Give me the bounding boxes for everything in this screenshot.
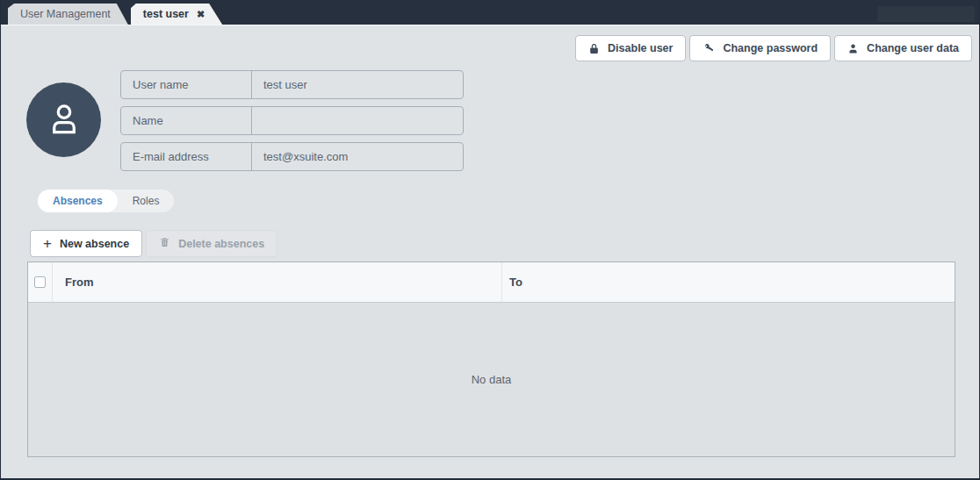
change-password-button[interactable]: Change password (689, 35, 831, 61)
lock-icon (588, 43, 600, 54)
username-value: test user (252, 71, 463, 98)
tab-strip: User Management test user ✖ (1, 0, 979, 25)
field-row-name: Name (120, 106, 464, 135)
person-icon (847, 43, 859, 54)
delete-absences-label: Delete absences (178, 238, 264, 250)
email-value: test@xsuite.com (252, 143, 463, 170)
avatar (26, 82, 101, 157)
tab-roles-label: Roles (133, 195, 160, 207)
plus-icon: + (43, 236, 52, 251)
tab-label: test user (143, 8, 189, 20)
change-password-label: Change password (723, 42, 818, 54)
tab-roles[interactable]: Roles (118, 190, 175, 212)
field-row-email: E-mail address test@xsuite.com (120, 142, 464, 171)
app-window: User Management test user ✖ Disable user… (0, 0, 980, 480)
tab-strip-overflow-area (877, 6, 975, 22)
profile-fields: User name test user Name E-mail address … (120, 70, 464, 178)
change-user-data-button[interactable]: Change user data (834, 35, 972, 61)
new-absence-label: New absence (60, 238, 129, 250)
name-value (252, 107, 463, 134)
delete-absences-button: Delete absences (146, 230, 277, 257)
key-icon (703, 42, 715, 54)
trash-icon (159, 236, 170, 251)
column-header-to[interactable]: To (502, 262, 955, 302)
tab-absences[interactable]: Absences (38, 190, 118, 212)
table-body: No data (28, 303, 955, 456)
new-absence-button[interactable]: + New absence (30, 230, 142, 257)
column-header-from[interactable]: From (53, 262, 502, 302)
field-row-username: User name test user (120, 70, 464, 99)
header-checkbox-cell (28, 262, 53, 302)
tab-label: User Management (20, 8, 111, 20)
tab-absences-label: Absences (53, 195, 103, 207)
no-data-message: No data (472, 373, 512, 386)
table-header-row: From To (28, 262, 955, 303)
section-tabs: Absences Roles (38, 190, 174, 212)
name-label: Name (121, 107, 252, 134)
user-actions-toolbar: Disable user Change password Change user… (575, 35, 972, 61)
email-label: E-mail address (121, 143, 252, 170)
disable-user-button[interactable]: Disable user (575, 35, 686, 61)
absence-toolbar: + New absence Delete absences (30, 230, 277, 257)
select-all-checkbox[interactable] (34, 276, 46, 288)
disable-user-label: Disable user (608, 42, 673, 54)
person-outline-icon (41, 96, 87, 145)
tab-test-user[interactable]: test user ✖ (131, 4, 222, 25)
tab-user-management[interactable]: User Management (8, 4, 128, 25)
change-user-data-label: Change user data (867, 42, 959, 54)
close-tab-icon[interactable]: ✖ (197, 9, 205, 20)
username-label: User name (121, 71, 252, 98)
absences-table: From To No data (27, 261, 955, 457)
